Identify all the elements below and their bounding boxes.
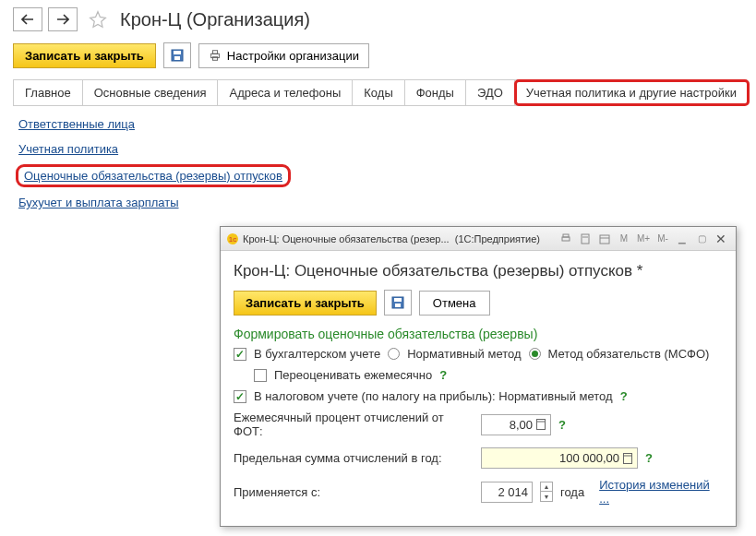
svg-rect-16 <box>395 304 401 307</box>
tb-m-minus-button[interactable]: M- <box>654 231 672 247</box>
year-down[interactable]: ▼ <box>541 492 552 501</box>
annual-limit-label: Предельная сумма отчислений в год: <box>234 451 474 465</box>
app-1c-icon: 1c <box>226 232 239 245</box>
link-payroll[interactable]: Бухучет и выплата зарплаты <box>18 196 738 209</box>
dialog-titlebar[interactable]: 1c Крон-Ц: Оценочные обязательства (резе… <box>221 227 736 251</box>
tab-codes[interactable]: Коды <box>353 80 404 105</box>
dialog-heading: Крон-Ц: Оценочные обязательства (резервы… <box>234 262 723 280</box>
section-label: Формировать оценочные обязательства (рез… <box>234 327 723 341</box>
checkbox-accounting-label: В бухгалтерском учете <box>254 347 380 361</box>
link-responsible[interactable]: Ответственные лица <box>18 117 738 131</box>
help-tax-icon[interactable]: ? <box>620 389 628 403</box>
help-revalue-icon[interactable]: ? <box>439 368 447 382</box>
tab-addresses[interactable]: Адреса и телефоны <box>218 80 353 105</box>
dialog-vacation-reserves: 1c Крон-Ц: Оценочные обязательства (резе… <box>220 226 737 527</box>
checkbox-tax-label: В налоговом учете (по налогу на прибыль)… <box>254 389 613 403</box>
year-suffix: года <box>560 485 584 499</box>
dialog-title: Крон-Ц: Оценочные обязательства (резер..… <box>243 233 553 244</box>
tab-main[interactable]: Главное <box>13 80 83 105</box>
monthly-percent-input[interactable]: 8,00 <box>481 414 551 435</box>
history-link[interactable]: История изменений ... <box>599 478 723 506</box>
svg-rect-9 <box>563 234 569 237</box>
svg-rect-8 <box>562 237 570 241</box>
svg-rect-1 <box>174 51 181 54</box>
radio-normative-label: Нормативный метод <box>407 347 521 361</box>
dialog-cancel-button[interactable]: Отмена <box>419 291 490 316</box>
tb-maximize-button[interactable]: ▢ <box>692 231 711 247</box>
dialog-save-button[interactable] <box>384 290 412 316</box>
checkbox-tax[interactable] <box>234 390 246 403</box>
tab-accounting-policy[interactable]: Учетная политика и другие настройки <box>515 80 749 105</box>
page-title: Крон-Ц (Организация) <box>120 9 310 30</box>
forward-button[interactable] <box>48 7 78 31</box>
tabs: Главное Основные сведения Адреса и телеф… <box>13 79 743 106</box>
svg-rect-15 <box>394 298 402 302</box>
year-stepper[interactable]: ▲▼ <box>540 482 553 502</box>
tab-basic[interactable]: Основные сведения <box>83 80 219 105</box>
year-up[interactable]: ▲ <box>541 482 552 492</box>
tab-funds[interactable]: Фонды <box>405 80 466 105</box>
link-vacation-reserves[interactable]: Оценочные обязательства (резервы) отпуск… <box>18 167 288 185</box>
radio-msfo[interactable] <box>529 348 541 360</box>
svg-rect-2 <box>174 56 180 60</box>
tb-minimize-button[interactable]: ▁ <box>673 231 691 247</box>
tb-close-button[interactable]: ✕ <box>712 231 730 247</box>
radio-normative[interactable] <box>388 348 400 360</box>
help-monthly-percent-icon[interactable]: ? <box>558 418 566 432</box>
svg-rect-17 <box>537 420 546 430</box>
svg-rect-4 <box>212 51 217 54</box>
tb-m-button[interactable]: M <box>615 231 633 247</box>
link-policy[interactable]: Учетная политика <box>18 142 738 156</box>
svg-rect-10 <box>582 234 589 244</box>
svg-rect-19 <box>624 453 632 463</box>
tb-m-plus-button[interactable]: M+ <box>634 231 653 247</box>
checkbox-accounting[interactable] <box>234 348 246 361</box>
tb-calendar-icon[interactable] <box>595 231 614 247</box>
favorite-star-icon[interactable] <box>89 10 107 29</box>
org-settings-button[interactable]: Настройки организации <box>198 43 369 68</box>
dialog-save-close-button[interactable]: Записать и закрыть <box>234 291 377 316</box>
tb-print-icon[interactable] <box>557 231 575 247</box>
calculator-icon <box>535 419 546 430</box>
printer-icon <box>209 49 222 62</box>
help-annual-limit-icon[interactable]: ? <box>645 451 653 465</box>
svg-rect-12 <box>600 235 609 244</box>
save-close-button[interactable]: Записать и закрыть <box>13 43 156 68</box>
calculator-icon <box>622 453 633 464</box>
tab-edo[interactable]: ЭДО <box>466 80 515 105</box>
back-button[interactable] <box>13 7 42 31</box>
annual-limit-input[interactable]: 100 000,00 <box>481 447 638 469</box>
applies-from-label: Применяется с: <box>234 485 474 499</box>
monthly-percent-label: Ежемесячный процент отчислений от ФОТ: <box>234 411 474 438</box>
checkbox-revalue-monthly-label: Переоценивать ежемесячно <box>274 368 432 382</box>
year-input[interactable]: 2 014 <box>481 482 533 503</box>
radio-msfo-label: Метод обязательств (МСФО) <box>548 347 710 361</box>
checkbox-revalue-monthly[interactable] <box>254 369 267 382</box>
tb-calc-icon[interactable] <box>576 231 594 247</box>
svg-text:1c: 1c <box>229 235 236 244</box>
save-button[interactable] <box>163 42 191 68</box>
